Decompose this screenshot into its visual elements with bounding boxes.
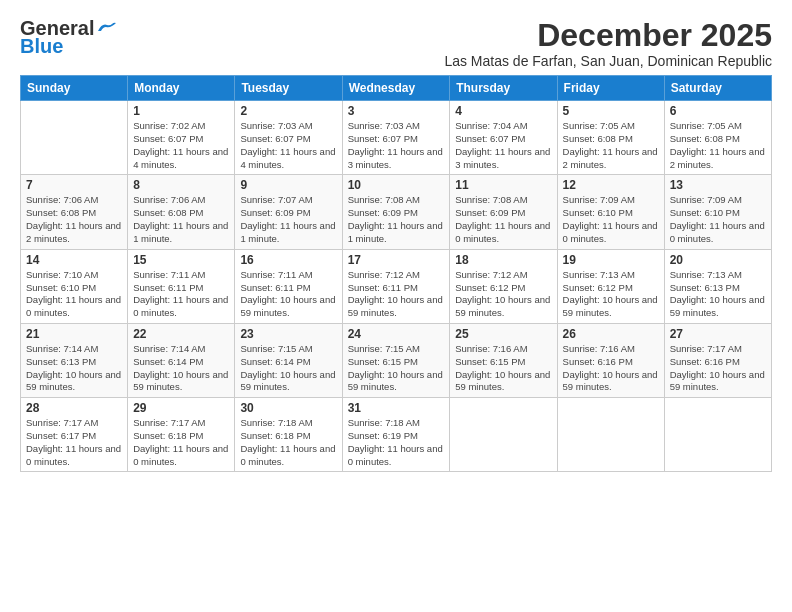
day-info: Sunrise: 7:07 AMSunset: 6:09 PMDaylight:… — [240, 194, 336, 245]
day-info: Sunrise: 7:02 AMSunset: 6:07 PMDaylight:… — [133, 120, 229, 171]
day-number: 5 — [563, 104, 659, 118]
day-number: 15 — [133, 253, 229, 267]
calendar-cell: 15Sunrise: 7:11 AMSunset: 6:11 PMDayligh… — [128, 249, 235, 323]
day-number: 13 — [670, 178, 766, 192]
calendar-cell: 26Sunrise: 7:16 AMSunset: 6:16 PMDayligh… — [557, 323, 664, 397]
day-number: 29 — [133, 401, 229, 415]
weekday-header: Monday — [128, 76, 235, 101]
day-info: Sunrise: 7:09 AMSunset: 6:10 PMDaylight:… — [563, 194, 659, 245]
calendar-week-row: 1Sunrise: 7:02 AMSunset: 6:07 PMDaylight… — [21, 101, 772, 175]
calendar-cell — [557, 398, 664, 472]
calendar-cell: 1Sunrise: 7:02 AMSunset: 6:07 PMDaylight… — [128, 101, 235, 175]
weekday-header: Wednesday — [342, 76, 450, 101]
calendar-cell: 18Sunrise: 7:12 AMSunset: 6:12 PMDayligh… — [450, 249, 557, 323]
day-number: 21 — [26, 327, 122, 341]
calendar-week-row: 28Sunrise: 7:17 AMSunset: 6:17 PMDayligh… — [21, 398, 772, 472]
day-info: Sunrise: 7:04 AMSunset: 6:07 PMDaylight:… — [455, 120, 551, 171]
day-info: Sunrise: 7:14 AMSunset: 6:14 PMDaylight:… — [133, 343, 229, 394]
day-info: Sunrise: 7:06 AMSunset: 6:08 PMDaylight:… — [26, 194, 122, 245]
day-info: Sunrise: 7:11 AMSunset: 6:11 PMDaylight:… — [240, 269, 336, 320]
day-number: 25 — [455, 327, 551, 341]
day-info: Sunrise: 7:12 AMSunset: 6:12 PMDaylight:… — [455, 269, 551, 320]
day-number: 28 — [26, 401, 122, 415]
calendar-cell: 23Sunrise: 7:15 AMSunset: 6:14 PMDayligh… — [235, 323, 342, 397]
calendar-week-row: 7Sunrise: 7:06 AMSunset: 6:08 PMDaylight… — [21, 175, 772, 249]
calendar-week-row: 14Sunrise: 7:10 AMSunset: 6:10 PMDayligh… — [21, 249, 772, 323]
weekday-header: Thursday — [450, 76, 557, 101]
calendar-cell: 21Sunrise: 7:14 AMSunset: 6:13 PMDayligh… — [21, 323, 128, 397]
header: General Blue December 2025 Las Matas de … — [20, 18, 772, 69]
calendar-cell: 24Sunrise: 7:15 AMSunset: 6:15 PMDayligh… — [342, 323, 450, 397]
calendar-cell: 17Sunrise: 7:12 AMSunset: 6:11 PMDayligh… — [342, 249, 450, 323]
weekday-header: Friday — [557, 76, 664, 101]
weekday-header: Sunday — [21, 76, 128, 101]
calendar-cell: 29Sunrise: 7:17 AMSunset: 6:18 PMDayligh… — [128, 398, 235, 472]
day-info: Sunrise: 7:10 AMSunset: 6:10 PMDaylight:… — [26, 269, 122, 320]
day-info: Sunrise: 7:06 AMSunset: 6:08 PMDaylight:… — [133, 194, 229, 245]
calendar-cell: 8Sunrise: 7:06 AMSunset: 6:08 PMDaylight… — [128, 175, 235, 249]
calendar-cell: 14Sunrise: 7:10 AMSunset: 6:10 PMDayligh… — [21, 249, 128, 323]
day-info: Sunrise: 7:05 AMSunset: 6:08 PMDaylight:… — [563, 120, 659, 171]
calendar-cell: 6Sunrise: 7:05 AMSunset: 6:08 PMDaylight… — [664, 101, 771, 175]
calendar-cell: 31Sunrise: 7:18 AMSunset: 6:19 PMDayligh… — [342, 398, 450, 472]
day-info: Sunrise: 7:03 AMSunset: 6:07 PMDaylight:… — [240, 120, 336, 171]
day-number: 8 — [133, 178, 229, 192]
day-number: 16 — [240, 253, 336, 267]
calendar-cell: 30Sunrise: 7:18 AMSunset: 6:18 PMDayligh… — [235, 398, 342, 472]
logo: General Blue — [20, 18, 118, 56]
weekday-header: Tuesday — [235, 76, 342, 101]
calendar-cell: 4Sunrise: 7:04 AMSunset: 6:07 PMDaylight… — [450, 101, 557, 175]
day-number: 24 — [348, 327, 445, 341]
calendar-cell: 3Sunrise: 7:03 AMSunset: 6:07 PMDaylight… — [342, 101, 450, 175]
day-number: 26 — [563, 327, 659, 341]
logo-bird-icon — [96, 18, 118, 38]
day-number: 12 — [563, 178, 659, 192]
calendar-cell — [450, 398, 557, 472]
day-info: Sunrise: 7:13 AMSunset: 6:13 PMDaylight:… — [670, 269, 766, 320]
calendar-cell: 16Sunrise: 7:11 AMSunset: 6:11 PMDayligh… — [235, 249, 342, 323]
calendar-cell: 25Sunrise: 7:16 AMSunset: 6:15 PMDayligh… — [450, 323, 557, 397]
day-info: Sunrise: 7:08 AMSunset: 6:09 PMDaylight:… — [455, 194, 551, 245]
calendar-cell: 22Sunrise: 7:14 AMSunset: 6:14 PMDayligh… — [128, 323, 235, 397]
day-info: Sunrise: 7:15 AMSunset: 6:15 PMDaylight:… — [348, 343, 445, 394]
day-info: Sunrise: 7:16 AMSunset: 6:15 PMDaylight:… — [455, 343, 551, 394]
calendar-cell: 9Sunrise: 7:07 AMSunset: 6:09 PMDaylight… — [235, 175, 342, 249]
day-number: 2 — [240, 104, 336, 118]
day-number: 18 — [455, 253, 551, 267]
title-block: December 2025 Las Matas de Farfan, San J… — [444, 18, 772, 69]
day-info: Sunrise: 7:08 AMSunset: 6:09 PMDaylight:… — [348, 194, 445, 245]
calendar-cell: 19Sunrise: 7:13 AMSunset: 6:12 PMDayligh… — [557, 249, 664, 323]
day-info: Sunrise: 7:17 AMSunset: 6:16 PMDaylight:… — [670, 343, 766, 394]
day-number: 27 — [670, 327, 766, 341]
page: General Blue December 2025 Las Matas de … — [0, 0, 792, 612]
day-info: Sunrise: 7:13 AMSunset: 6:12 PMDaylight:… — [563, 269, 659, 320]
day-number: 7 — [26, 178, 122, 192]
day-info: Sunrise: 7:09 AMSunset: 6:10 PMDaylight:… — [670, 194, 766, 245]
day-info: Sunrise: 7:15 AMSunset: 6:14 PMDaylight:… — [240, 343, 336, 394]
logo-blue: Blue — [20, 36, 63, 56]
month-title: December 2025 — [444, 18, 772, 53]
day-number: 1 — [133, 104, 229, 118]
calendar-cell — [664, 398, 771, 472]
calendar-cell: 11Sunrise: 7:08 AMSunset: 6:09 PMDayligh… — [450, 175, 557, 249]
day-info: Sunrise: 7:14 AMSunset: 6:13 PMDaylight:… — [26, 343, 122, 394]
day-number: 9 — [240, 178, 336, 192]
day-number: 6 — [670, 104, 766, 118]
day-info: Sunrise: 7:03 AMSunset: 6:07 PMDaylight:… — [348, 120, 445, 171]
day-info: Sunrise: 7:18 AMSunset: 6:18 PMDaylight:… — [240, 417, 336, 468]
day-number: 10 — [348, 178, 445, 192]
day-number: 30 — [240, 401, 336, 415]
day-number: 3 — [348, 104, 445, 118]
calendar-cell — [21, 101, 128, 175]
calendar-cell: 13Sunrise: 7:09 AMSunset: 6:10 PMDayligh… — [664, 175, 771, 249]
calendar: SundayMondayTuesdayWednesdayThursdayFrid… — [20, 75, 772, 472]
day-number: 11 — [455, 178, 551, 192]
day-number: 14 — [26, 253, 122, 267]
day-info: Sunrise: 7:16 AMSunset: 6:16 PMDaylight:… — [563, 343, 659, 394]
day-number: 20 — [670, 253, 766, 267]
location-title: Las Matas de Farfan, San Juan, Dominican… — [444, 53, 772, 69]
day-info: Sunrise: 7:17 AMSunset: 6:17 PMDaylight:… — [26, 417, 122, 468]
calendar-week-row: 21Sunrise: 7:14 AMSunset: 6:13 PMDayligh… — [21, 323, 772, 397]
day-info: Sunrise: 7:17 AMSunset: 6:18 PMDaylight:… — [133, 417, 229, 468]
calendar-cell: 7Sunrise: 7:06 AMSunset: 6:08 PMDaylight… — [21, 175, 128, 249]
